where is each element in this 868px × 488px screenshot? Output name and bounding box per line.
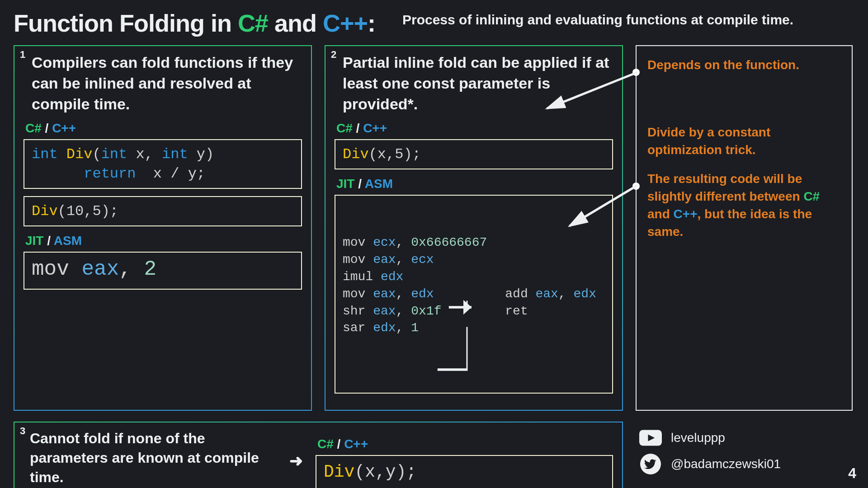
header: Function Folding in C# and C++: Process … [14,9,854,37]
code-block-asm-2: mov ecx, 0x66666667 mov eax, ecx imul ed… [335,195,613,394]
connector-dot-icon [632,183,640,190]
panel-number-2: 2 [331,49,336,61]
lang-label-3: C# / C++ [317,437,613,451]
jit-label-1: JIT / ASM [25,234,302,248]
notes-panel: Depends on the function. Divide by a con… [636,45,853,411]
title-prefix: Function Folding in [14,9,238,37]
panel2-text: Partial inline fold can be applied if at… [343,52,613,115]
lang-label-2: C# / C++ [336,121,613,136]
twitter-link[interactable]: @badamczewski01 [639,456,853,472]
page-title: Function Folding in C# and C++: [14,9,375,37]
title-cpp: C++ [323,9,368,37]
jit-label: JIT [25,234,43,248]
asm-label: ASM [54,234,82,248]
twitter-icon [639,456,662,472]
panel-number-3: 3 [20,425,25,437]
code-block-asm-1: mov eax, 2 [24,252,302,290]
subtitle: Process of inlining and evaluating funct… [402,9,793,29]
code-block-div-xy: Div(x,y); [316,455,613,488]
youtube-link[interactable]: leveluppp [639,430,853,446]
page-number: 4 [848,465,856,482]
title-and: and [268,9,323,37]
arrow-right-icon: ➜ [289,451,303,470]
youtube-handle: leveluppp [671,431,725,445]
panel1-text: Compilers can fold functions if they can… [32,52,302,115]
twitter-handle: @badamczewski01 [671,457,781,471]
panel-no-fold: 3 Cannot fold if none of the parameters … [14,422,623,488]
lang-cpp: C++ [52,121,76,135]
title-colon: : [368,9,375,37]
panel-full-fold: 1 Compilers can fold functions if they c… [14,45,312,411]
title-csharp: C# [238,9,268,37]
note-result: The resulting code will be slightly diff… [647,170,841,241]
jit-label-2: JIT / ASM [336,177,613,191]
connector-dot-icon [632,69,640,76]
youtube-icon [639,430,662,446]
note-depends: Depends on the function. [647,56,841,74]
panel3-text: Cannot fold if none of the parameters ar… [30,429,277,488]
panel-partial-fold: 2 Partial inline fold can be applied if … [325,45,623,411]
note-divtrick: Divide by a constant optimization trick. [647,123,841,159]
social-links: leveluppp @badamczewski01 [636,422,853,488]
lang-csharp: C# [25,121,42,135]
code-block-div-def: int Div(int x, int y) return x / y; [24,139,302,189]
lang-sep: / [42,121,52,135]
lang-label-1: C# / C++ [25,121,302,136]
jit-sep: / [43,234,53,248]
code-block-div-x5: Div(x,5); [335,139,613,169]
code-block-div-call: Div(10,5); [24,196,302,226]
panel-number-1: 1 [20,49,25,61]
